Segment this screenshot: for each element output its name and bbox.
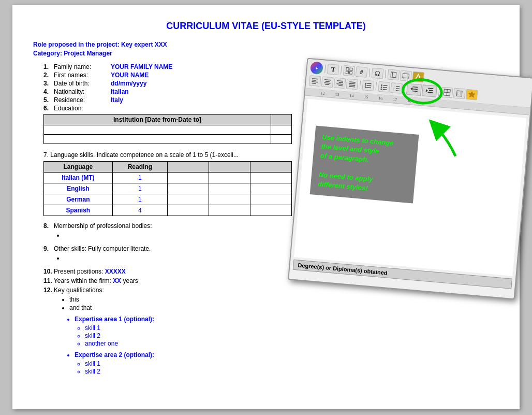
separator (360, 81, 361, 89)
svg-line-33 (383, 88, 387, 88)
expertise-sub-2: skill 1 skill 2 (85, 360, 499, 375)
svg-marker-49 (426, 89, 428, 92)
overlay-window: ● T # Ω (288, 58, 532, 300)
decrease-indent-button[interactable] (406, 83, 422, 96)
expertise-block-2: Expertise area 2 (optional): skill 1 ski… (75, 351, 499, 375)
grid-btn[interactable] (343, 65, 356, 77)
svg-line-47 (429, 90, 433, 91)
tb-btn-2[interactable] (400, 70, 412, 81)
svg-rect-4 (391, 72, 396, 78)
separator (324, 65, 326, 73)
increase-indent-button[interactable] (422, 84, 437, 97)
align-left-btn[interactable] (309, 75, 321, 87)
svg-line-10 (312, 82, 318, 82)
frame-btn[interactable] (453, 88, 466, 99)
svg-rect-3 (349, 71, 352, 74)
line-spacing-btn[interactable] (362, 80, 375, 91)
svg-marker-29 (364, 87, 366, 88)
expertise-title-2: Expertise area 2 (optional): (75, 351, 499, 359)
svg-line-19 (338, 85, 343, 86)
list-bullet-btn[interactable] (378, 81, 390, 93)
svg-line-46 (428, 88, 433, 89)
separator (438, 88, 439, 96)
svg-line-24 (367, 83, 372, 84)
list-number-btn[interactable]: 1.2.3. (390, 82, 403, 94)
svg-line-35 (383, 90, 387, 90)
list-item: this (69, 296, 499, 303)
category-line: Category: Project Manager (33, 50, 499, 57)
svg-rect-1 (350, 68, 352, 70)
lang-col-c2 (209, 162, 250, 173)
svg-point-34 (380, 89, 382, 90)
justify-btn[interactable] (346, 78, 359, 90)
svg-line-42 (412, 87, 418, 88)
page-title: CURRICULUM VITAE (EU-STYLE TEMPLATE) (33, 21, 499, 32)
svg-line-17 (339, 82, 343, 83)
role-line: Role proposed in the project: Key expert… (33, 41, 499, 48)
svg-point-32 (381, 87, 382, 88)
svg-line-20 (349, 82, 356, 82)
svg-rect-0 (346, 67, 349, 70)
expertise-sub-1: skill 1 skill 2 another one (85, 324, 499, 347)
table-row: Spanish 4 (44, 205, 292, 216)
table-row (44, 135, 292, 144)
svg-rect-2 (346, 71, 348, 74)
align-center-btn[interactable] (321, 76, 334, 88)
table-row: German 1 (44, 194, 292, 205)
svg-marker-55 (468, 91, 475, 97)
svg-line-23 (349, 87, 355, 87)
list-item: skill 1 (85, 324, 499, 332)
svg-line-11 (312, 83, 316, 84)
svg-marker-45 (410, 87, 413, 90)
overlay-container: ● T # Ω (288, 58, 532, 300)
lang-col-c3 (250, 162, 292, 173)
separator (404, 84, 405, 93)
tooltip-text: Use indents to change the level and styl… (318, 133, 411, 197)
list-item: skill 1 (85, 360, 499, 367)
language-table: Language Reading Italian (MT) 1 English (43, 161, 292, 216)
svg-line-21 (349, 83, 356, 84)
align-right-btn[interactable] (334, 77, 346, 89)
separator (385, 70, 386, 78)
svg-line-16 (337, 81, 343, 81)
edu-col-degree (271, 115, 292, 125)
education-table: Institution [Date from-Date to] (43, 114, 292, 144)
title-blue: (EU-STYLE TEMPLATE) (261, 21, 366, 31)
list-item: skill 2 (85, 332, 499, 339)
title-plain: CURRICULUM VITAE (166, 21, 261, 31)
expertise-title-1: Expertise area 1 (optional): (75, 316, 499, 323)
lang-col-c1 (168, 162, 209, 173)
separator (341, 66, 342, 74)
svg-marker-28 (365, 83, 367, 84)
svg-line-41 (396, 91, 400, 91)
expertise-block-1: Expertise area 1 (optional): skill 1 ski… (75, 316, 499, 347)
svg-line-39 (396, 89, 400, 89)
svg-line-25 (366, 85, 371, 86)
star-btn[interactable] (466, 89, 478, 101)
green-arrow (414, 114, 469, 162)
tb-btn-1[interactable] (388, 69, 400, 80)
lang-col-language: Language (44, 162, 113, 173)
qualifications-list: this and that (69, 296, 499, 311)
hash-btn[interactable]: # (356, 66, 368, 78)
svg-line-5 (392, 72, 393, 77)
svg-text:3.: 3. (393, 89, 395, 91)
list-item: another one (85, 340, 499, 347)
table-btn[interactable] (441, 87, 453, 98)
omega-btn[interactable]: Ω (372, 68, 384, 79)
font-btn[interactable]: T (327, 64, 339, 75)
separator (376, 82, 377, 90)
svg-line-15 (325, 84, 329, 85)
lang-col-reading: Reading (112, 162, 167, 173)
cv-page: CURRICULUM VITAE (EU-STYLE TEMPLATE) Rol… (12, 5, 520, 409)
svg-line-52 (444, 92, 450, 93)
svg-line-26 (366, 88, 371, 88)
svg-line-9 (312, 80, 316, 81)
tb-btn-3[interactable] (412, 71, 424, 83)
svg-line-48 (428, 92, 433, 93)
list-item: skill 2 (85, 368, 499, 375)
svg-line-12 (324, 80, 331, 80)
svg-point-30 (381, 84, 382, 86)
svg-line-13 (326, 81, 330, 82)
table-row: English 1 (44, 183, 292, 194)
